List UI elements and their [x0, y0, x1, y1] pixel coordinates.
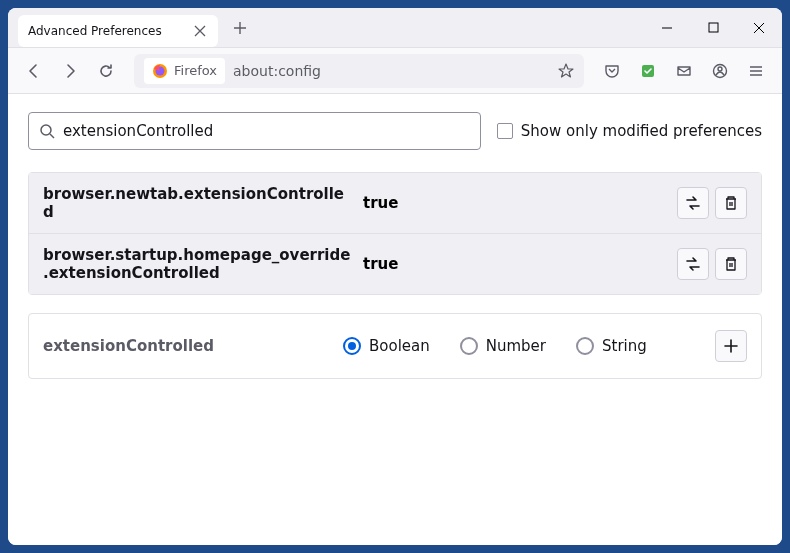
add-button[interactable]	[715, 330, 747, 362]
search-row: Show only modified preferences	[28, 112, 762, 150]
show-modified-label: Show only modified preferences	[521, 122, 762, 140]
mail-icon[interactable]	[668, 55, 700, 87]
toggle-button[interactable]	[677, 248, 709, 280]
firefox-icon	[152, 63, 168, 79]
pref-search-box[interactable]	[28, 112, 481, 150]
radio-icon	[576, 337, 594, 355]
pref-row[interactable]: browser.newtab.extensionControlled true	[29, 173, 761, 234]
svg-rect-0	[709, 23, 718, 32]
extension-icon[interactable]	[632, 55, 664, 87]
close-button[interactable]	[736, 8, 782, 48]
pref-actions	[677, 187, 747, 219]
pref-actions	[677, 248, 747, 280]
radio-number[interactable]: Number	[460, 337, 546, 355]
pref-value: true	[363, 194, 667, 212]
pref-list: browser.newtab.extensionControlled true …	[28, 172, 762, 295]
pref-value: true	[363, 255, 667, 273]
delete-button[interactable]	[715, 187, 747, 219]
close-icon[interactable]	[192, 23, 208, 39]
browser-window: Advanced Preferences	[8, 8, 782, 545]
svg-point-6	[41, 125, 51, 135]
identity-box[interactable]: Firefox	[144, 58, 225, 84]
identity-label: Firefox	[174, 63, 217, 78]
radio-label: Boolean	[369, 337, 430, 355]
minimize-button[interactable]	[644, 8, 690, 48]
maximize-button[interactable]	[690, 8, 736, 48]
menu-icon[interactable]	[740, 55, 772, 87]
type-radio-group: Boolean Number String	[343, 337, 705, 355]
new-pref-row: extensionControlled Boolean Number Strin…	[28, 313, 762, 379]
url-bar[interactable]: Firefox about:config	[134, 54, 584, 88]
toggle-button[interactable]	[677, 187, 709, 219]
radio-string[interactable]: String	[576, 337, 647, 355]
new-tab-button[interactable]	[226, 14, 254, 42]
pocket-icon[interactable]	[596, 55, 628, 87]
new-pref-name: extensionControlled	[43, 337, 333, 355]
checkbox-icon	[497, 123, 513, 139]
browser-tab[interactable]: Advanced Preferences	[18, 15, 218, 47]
radio-icon	[343, 337, 361, 355]
radio-label: String	[602, 337, 647, 355]
delete-button[interactable]	[715, 248, 747, 280]
radio-boolean[interactable]: Boolean	[343, 337, 430, 355]
tab-title: Advanced Preferences	[28, 24, 192, 38]
url-text: about:config	[233, 63, 550, 79]
pref-row[interactable]: browser.startup.homepage_override.extens…	[29, 234, 761, 294]
radio-label: Number	[486, 337, 546, 355]
about-config-content: Show only modified preferences browser.n…	[8, 94, 782, 545]
pref-search-input[interactable]	[63, 122, 470, 140]
titlebar: Advanced Preferences	[8, 8, 782, 48]
reload-button[interactable]	[90, 55, 122, 87]
pref-name: browser.startup.homepage_override.extens…	[43, 246, 353, 282]
bookmark-star-icon[interactable]	[558, 63, 574, 79]
radio-icon	[460, 337, 478, 355]
window-controls	[644, 8, 782, 48]
account-icon[interactable]	[704, 55, 736, 87]
search-icon	[39, 123, 55, 139]
back-button[interactable]	[18, 55, 50, 87]
show-modified-checkbox[interactable]: Show only modified preferences	[497, 122, 762, 140]
pref-name: browser.newtab.extensionControlled	[43, 185, 353, 221]
nav-toolbar: Firefox about:config	[8, 48, 782, 94]
forward-button[interactable]	[54, 55, 86, 87]
svg-point-5	[718, 67, 722, 71]
